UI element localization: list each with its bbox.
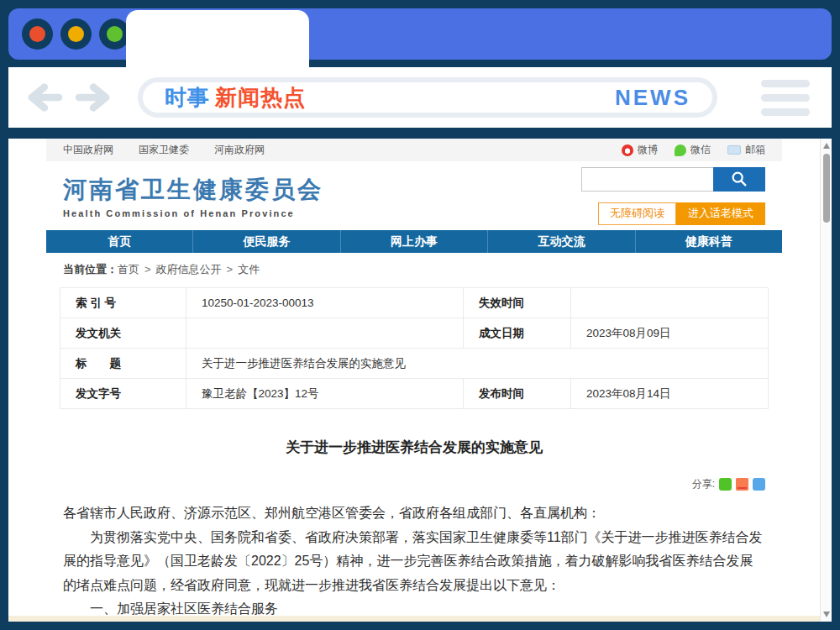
main-nav: 首页 便民服务 网上办事 互动交流 健康科普 [46, 230, 782, 253]
meta-label-expiry: 失效时间 [464, 288, 571, 318]
share-bar: 分享: [46, 477, 782, 491]
weibo-label: 微博 [638, 143, 658, 157]
webpage: 中国政府网 国家卫健委 河南政府网 微博 微信 邮箱 [8, 139, 820, 622]
site-title: 河南省卫生健康委员会 [63, 174, 323, 206]
article-paragraph: 为贯彻落实党中央、国务院和省委、省政府决策部署，落实国家卫生健康委等11部门《关… [63, 526, 765, 598]
link-nhc[interactable]: 国家卫健委 [139, 143, 189, 157]
article-title: 关于进一步推进医养结合发展的实施意见 [46, 438, 782, 457]
browser-window: { "browser": { "address": { "section": "… [0, 0, 840, 630]
meta-label-issuer: 发文机关 [60, 318, 186, 349]
browser-viewport: 中国政府网 国家卫健委 河南政府网 微博 微信 邮箱 [8, 139, 832, 622]
meta-value-doc-number: 豫卫老龄【2023】12号 [186, 379, 464, 409]
share-weibo-icon[interactable] [736, 478, 748, 491]
breadcrumb-separator: > [144, 263, 151, 276]
share-label: 分享: [692, 477, 715, 491]
browser-tab[interactable] [126, 10, 309, 69]
page-scrollbar[interactable] [820, 139, 832, 622]
meta-value-written-date: 2023年08月09日 [571, 318, 769, 349]
nav-item-services[interactable]: 便民服务 [192, 230, 339, 253]
nav-item-online[interactable]: 网上办事 [340, 230, 487, 253]
social-links: 微博 微信 邮箱 [622, 143, 765, 157]
back-arrow-icon[interactable] [24, 81, 62, 113]
search-icon [730, 170, 748, 188]
mail-link[interactable]: 邮箱 [727, 143, 765, 157]
breadcrumb-info[interactable]: 政府信息公开 [156, 263, 222, 276]
document-meta-table: 索 引 号 10250-01-2023-00013 失效时间 发文机关 成文日期… [60, 287, 769, 409]
address-bar[interactable]: 时事 新闻热点 NEWS [138, 77, 717, 118]
close-window-icon[interactable] [22, 18, 53, 50]
meta-value-publish-date: 2023年08月14日 [571, 379, 769, 409]
news-badge: NEWS [615, 85, 690, 111]
share-wechat-icon[interactable] [719, 478, 732, 491]
breadcrumb-file[interactable]: 文件 [238, 263, 260, 276]
meta-label-index: 索 引 号 [60, 288, 186, 318]
meta-value-issuer [186, 318, 464, 349]
wechat-label: 微信 [690, 143, 711, 157]
meta-value-index: 10250-01-2023-00013 [186, 288, 464, 318]
elder-mode-button[interactable]: 进入适老模式 [676, 202, 765, 225]
link-henan-gov[interactable]: 河南政府网 [214, 143, 265, 157]
address-section-text: 时事 [165, 83, 210, 113]
forward-arrow-icon[interactable] [76, 81, 114, 113]
scrollbar-thumb[interactable] [823, 154, 830, 223]
wechat-link[interactable]: 微信 [675, 143, 711, 157]
meta-value-expiry [571, 288, 769, 318]
breadcrumb: 当前位置：首页>政府信息公开>文件 [46, 253, 782, 286]
window-controls [22, 18, 130, 50]
breadcrumb-home[interactable]: 首页 [118, 263, 139, 276]
meta-label-publish-date: 发布时间 [464, 379, 571, 409]
meta-label-doc-number: 发文字号 [60, 379, 186, 409]
scroll-down-icon[interactable] [823, 612, 830, 617]
breadcrumb-prefix: 当前位置： [63, 263, 118, 276]
search-input[interactable] [581, 167, 713, 192]
search-button[interactable] [713, 167, 765, 192]
link-gov-china[interactable]: 中国政府网 [63, 143, 113, 157]
page-footer-strip [8, 616, 820, 622]
minimize-window-icon[interactable] [60, 18, 92, 50]
browser-toolbar: 时事 新闻热点 NEWS [8, 67, 832, 128]
table-row: 发文字号 豫卫老龄【2023】12号 发布时间 2023年08月14日 [60, 379, 769, 409]
site-subtitle: Health Commission of Henan Province [63, 208, 323, 218]
site-topbar: 中国政府网 国家卫健委 河南政府网 微博 微信 邮箱 [46, 139, 782, 161]
wechat-icon [675, 144, 686, 156]
scroll-up-icon[interactable] [823, 143, 830, 149]
nav-item-interaction[interactable]: 互动交流 [487, 230, 634, 253]
accessibility-button[interactable]: 无障碍阅读 [598, 202, 676, 225]
table-row: 索 引 号 10250-01-2023-00013 失效时间 [60, 288, 769, 318]
menu-icon[interactable] [761, 80, 810, 116]
meta-label-title: 标 题 [60, 349, 186, 379]
mail-icon [727, 145, 741, 155]
weibo-link[interactable]: 微博 [622, 143, 658, 157]
article-paragraph: 各省辖市人民政府、济源示范区、郑州航空港区管委会，省政府各组成部门、各直属机构： [63, 501, 765, 526]
breadcrumb-separator: > [227, 263, 234, 276]
meta-value-title: 关于进一步推进医养结合发展的实施意见 [186, 349, 769, 379]
mail-label: 邮箱 [745, 143, 765, 157]
site-header: 河南省卫生健康委员会 Health Commission of Henan Pr… [46, 161, 782, 230]
share-qq-icon[interactable] [753, 478, 765, 491]
table-row: 标 题 关于进一步推进医养结合发展的实施意见 [60, 349, 769, 379]
nav-item-health[interactable]: 健康科普 [635, 230, 782, 253]
address-title-text: 新闻热点 [215, 83, 306, 113]
table-row: 发文机关 成文日期 2023年08月09日 [60, 318, 769, 349]
meta-label-written-date: 成文日期 [464, 318, 571, 349]
site-logo: 河南省卫生健康委员会 Health Commission of Henan Pr… [63, 174, 323, 218]
weibo-icon [622, 144, 633, 156]
article-body: 各省辖市人民政府、济源示范区、郑州航空港区管委会，省政府各组成部门、各直属机构：… [63, 501, 765, 622]
nav-item-home[interactable]: 首页 [46, 230, 192, 253]
